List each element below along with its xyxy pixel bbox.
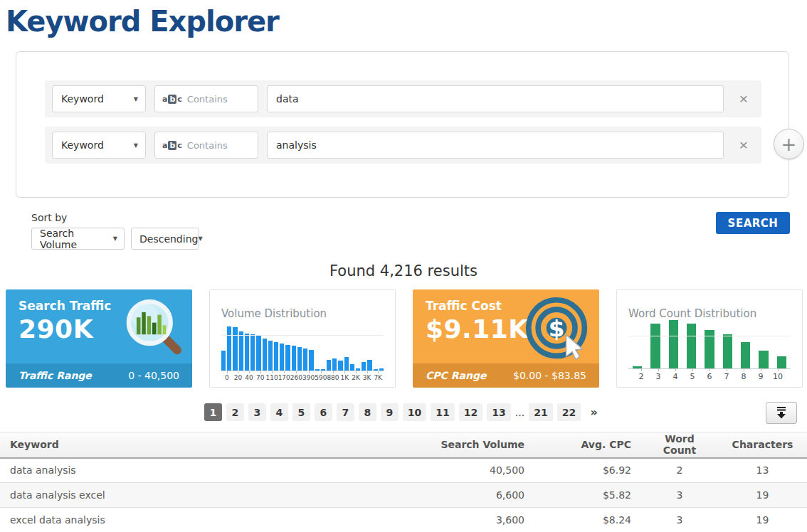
volume-distribution-card: Volume Distribution 02040701101702603905… xyxy=(209,289,396,388)
axis-tick-label: 260 xyxy=(290,371,302,381)
value-cell: $5.82 xyxy=(534,483,641,508)
column-header-keyword: Keyword xyxy=(0,432,392,458)
page-button-22[interactable]: 22 xyxy=(557,403,581,421)
page-button-8[interactable]: 8 xyxy=(359,403,376,421)
match-type-field[interactable]: abc Contains xyxy=(154,132,258,159)
axis-tick-label: 5 xyxy=(684,369,701,381)
sort-direction-select[interactable]: Descending ▼ xyxy=(131,228,199,250)
filter-field-value: Keyword xyxy=(61,139,104,151)
keyword-cell: data analysis excel xyxy=(0,483,392,508)
page-button-5[interactable]: 5 xyxy=(292,403,310,421)
keyword-filter-input[interactable] xyxy=(267,132,724,159)
page-button-13[interactable]: 13 xyxy=(487,403,510,421)
chevron-down-icon: ▼ xyxy=(134,96,138,102)
chart-bar xyxy=(250,334,255,371)
chart-bar xyxy=(297,347,302,371)
page-button-4[interactable]: 4 xyxy=(270,403,288,421)
chart-bar xyxy=(338,361,342,371)
chart-bar xyxy=(315,369,320,371)
remove-filter-button[interactable]: × xyxy=(733,90,754,107)
keyword-cell: data analysis xyxy=(0,458,392,483)
filter-row: Keyword ▼ abc Contains × xyxy=(45,80,761,117)
abc-match-icon: abc xyxy=(162,141,182,150)
add-filter-button[interactable]: + xyxy=(774,129,804,159)
keyword-cell: excel data analysis xyxy=(0,508,392,532)
value-cell: 3 xyxy=(641,483,718,508)
page-button-9[interactable]: 9 xyxy=(381,403,399,421)
chart-bar xyxy=(362,362,366,371)
dollar-target-icon: $ xyxy=(524,295,592,363)
traffic-cost-card: Traffic Cost $9.11K $ CPC Range $0.00 - … xyxy=(413,289,599,388)
chart-title: Word Count Distribution xyxy=(628,307,791,320)
column-header-search-volume: Search Volume xyxy=(392,432,534,458)
sort-field-select[interactable]: Search Volume ▼ xyxy=(31,228,125,250)
chart-bar xyxy=(285,345,290,371)
search-button[interactable]: SEARCH xyxy=(716,212,790,234)
chart-bar xyxy=(741,342,750,368)
page-button-1[interactable]: 1 xyxy=(204,403,222,421)
filter-field-select[interactable]: Keyword ▼ xyxy=(52,85,146,112)
summary-cards: Search Traffic 290K Traffic Range 0 - 40… xyxy=(6,289,803,388)
page-button-6[interactable]: 6 xyxy=(315,403,332,421)
page-button-10[interactable]: 10 xyxy=(403,403,426,421)
chart-title: Volume Distribution xyxy=(221,307,384,320)
pagination: 12345678910111213...2122» xyxy=(0,402,807,421)
chart-bar xyxy=(321,369,325,371)
sort-toolbar: Sort by Search Volume ▼ Descending ▼ SEA… xyxy=(31,212,790,251)
axis-tick-label: 1K xyxy=(339,371,351,381)
axis-tick-label: 10 xyxy=(769,369,786,381)
chart-bar xyxy=(309,350,313,371)
chart-bar xyxy=(374,369,378,371)
page-button-11[interactable]: 11 xyxy=(431,403,454,421)
chart-bar xyxy=(777,356,786,368)
page-button-3[interactable]: 3 xyxy=(248,403,266,421)
results-table: KeywordSearch VolumeAvg. CPCWord CountCh… xyxy=(0,432,807,532)
pagination-ellipsis: ... xyxy=(515,403,524,421)
download-button[interactable] xyxy=(766,402,797,424)
filter-field-value: Keyword xyxy=(61,93,104,105)
axis-tick-label: 70 xyxy=(255,371,266,381)
card-footer-label: Traffic Range xyxy=(19,370,92,381)
chart-bar xyxy=(263,339,267,371)
chart-bar xyxy=(256,335,260,371)
page-button-7[interactable]: 7 xyxy=(337,403,354,421)
value-cell: $8.24 xyxy=(534,508,641,532)
page-button-12[interactable]: 12 xyxy=(459,403,482,421)
filter-field-select[interactable]: Keyword ▼ xyxy=(52,132,146,159)
chart-bar xyxy=(327,360,331,371)
filter-row: Keyword ▼ abc Contains × xyxy=(45,127,761,164)
chart-bar xyxy=(350,364,354,371)
value-cell: 6,600 xyxy=(392,483,534,508)
table-row: data analysis excel6,600$5.82319 xyxy=(0,483,807,508)
axis-tick-label: 110 xyxy=(265,371,278,381)
column-header-avg-cpc: Avg. CPC xyxy=(534,432,641,458)
chart-bar xyxy=(633,366,642,368)
table-row: data analysis40,500$6.92213 xyxy=(0,458,807,483)
page-title: Keyword Explorer xyxy=(6,3,807,40)
chart-bar xyxy=(292,346,296,371)
word-count-axis-labels: 2345678910 xyxy=(628,368,791,381)
axis-tick-label: 2 xyxy=(633,369,650,381)
card-footer-value: $0.00 - $83.85 xyxy=(513,370,586,381)
page-button-21[interactable]: 21 xyxy=(529,403,552,421)
page-button-2[interactable]: 2 xyxy=(226,403,244,421)
axis-tick-label: 20 xyxy=(233,371,244,381)
results-summary: Found 4,216 results xyxy=(0,262,807,280)
card-footer-value: 0 - 40,500 xyxy=(128,370,179,381)
chart-bar xyxy=(367,360,371,371)
axis-tick-label: 6 xyxy=(701,369,718,381)
keyword-filter-input[interactable] xyxy=(267,85,724,112)
svg-text:$: $ xyxy=(549,315,565,342)
column-header-characters: Characters xyxy=(718,432,807,458)
match-type-field[interactable]: abc Contains xyxy=(154,85,258,112)
value-cell: $6.92 xyxy=(534,458,641,483)
download-icon xyxy=(775,407,788,419)
next-page-button[interactable]: » xyxy=(585,403,603,421)
chart-bar xyxy=(303,349,307,371)
gridline xyxy=(221,335,384,336)
chart-bar xyxy=(268,341,273,371)
axis-tick-label: 2K xyxy=(350,371,362,381)
remove-filter-button[interactable]: × xyxy=(733,137,754,154)
chart-bar xyxy=(759,351,768,368)
chart-bar xyxy=(669,320,678,368)
